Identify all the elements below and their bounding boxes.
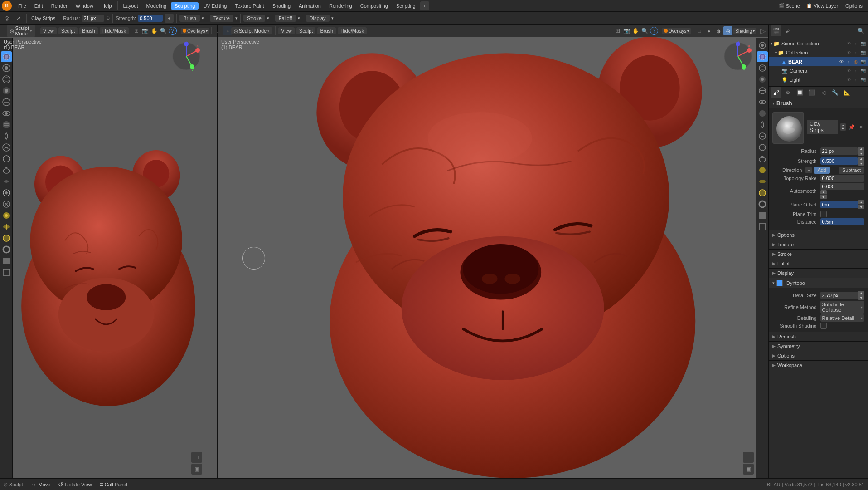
texture-btn[interactable]: Texture — [210, 15, 233, 22]
autosmooth-up[interactable]: ▲ — [820, 190, 827, 195]
brush-x-icon[interactable]: ✕ — [857, 123, 864, 131]
falloff-section-header[interactable]: ▶ Falloff — [769, 259, 868, 268]
symmetry-section-header[interactable]: ▶ Symmetry — [769, 342, 868, 351]
left-vp-help-icon[interactable]: ? — [169, 27, 177, 35]
right-tool-2[interactable] — [757, 63, 768, 74]
menu-item-shading[interactable]: Shading — [269, 2, 294, 10]
autosmooth-spin[interactable]: ▲▼ — [820, 190, 865, 199]
strength-spin[interactable]: ▲▼ — [858, 157, 864, 166]
menu-item-compositing[interactable]: Compositing — [357, 2, 392, 10]
detail-size-down[interactable]: ▼ — [858, 295, 864, 300]
right-tool-8[interactable] — [757, 131, 768, 142]
right-wire-shading-btn[interactable]: □ — [695, 26, 704, 35]
menu-item-animation[interactable]: Animation — [295, 2, 325, 10]
dyntopo-section-header[interactable]: ▾ Dyntopo — [769, 278, 868, 288]
right-rendered-shading-btn[interactable]: ◎ — [723, 26, 732, 35]
scene-selector[interactable]: 🎬 Scene — [776, 2, 803, 10]
right-solid-shading-btn[interactable]: ● — [704, 26, 713, 35]
detailing-dropdown[interactable]: Relative Detail ▾ — [820, 314, 865, 322]
tool-8[interactable] — [1, 142, 12, 153]
direction-add-icon[interactable]: + — [805, 167, 812, 173]
tool-12[interactable] — [1, 187, 12, 198]
left-vp-sculpt-btn[interactable]: Sculpt — [58, 27, 78, 34]
right-vp-shading-label[interactable]: Shading▾ — [733, 28, 756, 34]
right-vp-hidemask-btn[interactable]: Hide/Mask — [338, 27, 367, 34]
tool-3[interactable] — [1, 85, 12, 96]
detail-size-up[interactable]: ▲ — [858, 291, 864, 295]
right-vp-split-btn[interactable]: ▷ — [760, 27, 766, 35]
right-vp-search-icon[interactable]: 🔍 — [641, 27, 649, 35]
tool-2[interactable] — [1, 74, 12, 85]
camera-object-row[interactable]: 📷 Camera 👁 ↑ 📷 — [769, 66, 868, 75]
menu-item-scripting[interactable]: Scripting — [393, 2, 419, 10]
left-vp-brush-btn[interactable]: Brush — [79, 27, 98, 34]
brush-tab-icon2[interactable]: ⚙ — [782, 87, 793, 98]
left-vp-menu-icon[interactable]: ≡ — [3, 26, 5, 35]
rotate-indicator[interactable]: ↺ Rotate View — [58, 481, 92, 488]
right-vp-hand-icon[interactable]: ✋ — [632, 27, 640, 35]
left-vp-sq-icon1[interactable]: □ — [191, 452, 202, 463]
plane-offset-field[interactable] — [820, 201, 858, 208]
right-vp-sq-icon2[interactable]: ▣ — [743, 464, 754, 475]
toolbar-mode-icon[interactable]: ◎ — [2, 13, 12, 23]
bear-vis-icon[interactable]: 👁 — [838, 59, 844, 65]
radius-field[interactable] — [820, 147, 858, 155]
col-render-icon[interactable]: 📷 — [860, 49, 866, 56]
right-viewport[interactable]: ≡ ◎ Sculpt Mode ▾ View Sculpt Brush Hide… — [218, 24, 768, 478]
strength-up[interactable]: ▲ — [858, 157, 864, 161]
brush-dropdown-btn[interactable]: Brush — [179, 15, 200, 22]
col-vis-icon[interactable]: 👁 — [845, 49, 852, 56]
brush-tab-icon7[interactable]: 📐 — [841, 87, 852, 98]
right-tool-rect2[interactable] — [757, 221, 768, 232]
brush-section-header[interactable]: ▾ Brush — [769, 98, 868, 108]
tool-10[interactable] — [1, 165, 12, 176]
texture-section-header[interactable]: ▶ Texture — [769, 240, 868, 249]
menu-item-render[interactable]: Render — [48, 2, 71, 10]
menu-item-uv-editing[interactable]: UV Editing — [199, 2, 230, 10]
cam-render-icon[interactable]: 📷 — [860, 68, 866, 74]
menu-item-layout[interactable]: Layout — [120, 2, 142, 10]
right-tool-yellow3[interactable] — [757, 187, 768, 198]
call-panel-indicator[interactable]: ≡ Call Panel — [100, 481, 127, 488]
menu-item-modeling[interactable]: Modeling — [143, 2, 170, 10]
plane-offset-up[interactable]: ▲ — [858, 200, 864, 205]
autosmooth-down[interactable]: ▼ — [820, 195, 827, 199]
right-vp-sculpt-btn[interactable]: Sculpt — [296, 27, 316, 34]
right-tool-1[interactable] — [757, 40, 768, 51]
right-vp-mode-btn[interactable]: ◎ Sculpt Mode ▾ — [231, 27, 272, 34]
panel-filter-icon[interactable]: 🔍 — [855, 25, 866, 36]
falloff-btn[interactable]: Falloff — [275, 15, 296, 22]
tool-yellow2[interactable] — [1, 221, 12, 232]
right-tool-7[interactable] — [757, 119, 768, 130]
left-vp-view-btn[interactable]: View — [40, 27, 57, 34]
left-viewport[interactable]: ≡ ◎ Sculpt Mode ▾ View Sculpt Brush Hide… — [0, 24, 218, 478]
tool-4[interactable] — [1, 97, 12, 108]
right-tool-6[interactable] — [757, 108, 768, 119]
left-vp-camera-icon[interactable]: 📷 — [141, 27, 150, 35]
right-vp-sq-icon1[interactable]: □ — [743, 452, 754, 463]
stroke-section-header[interactable]: ▶ Stroke — [769, 250, 868, 259]
tool-1[interactable] — [1, 63, 12, 74]
workspace-section-header[interactable]: ▶ Workspace — [769, 361, 868, 370]
menu-item-help[interactable]: Help — [98, 2, 116, 10]
dyntopo-checkbox[interactable] — [776, 280, 783, 286]
left-vp-search-icon[interactable]: 🔍 — [160, 27, 168, 35]
direction-sub-btn[interactable]: Subtract — [839, 167, 864, 174]
right-tool-5[interactable] — [757, 97, 768, 108]
blender-logo[interactable]: B — [2, 1, 12, 11]
plane-trim-checkbox[interactable] — [820, 211, 827, 217]
brush-preview-thumb[interactable] — [772, 112, 804, 144]
detail-size-field[interactable] — [820, 292, 858, 299]
light-sel-icon[interactable]: ↑ — [853, 77, 859, 83]
add-workspace-button[interactable]: + — [420, 1, 429, 10]
brush-name-label[interactable]: Clay Strips — [29, 15, 57, 22]
remesh-section-header[interactable]: ▶ Remesh — [769, 332, 868, 341]
panel-tab-scene[interactable]: 🎬 — [771, 25, 781, 36]
left-vp-hand-icon[interactable]: ✋ — [150, 27, 159, 35]
smooth-shading-checkbox[interactable] — [820, 323, 827, 329]
right-bear-model[interactable] — [230, 34, 756, 478]
tool-clay-strips-left[interactable] — [1, 51, 12, 62]
topology-rake-field[interactable] — [820, 175, 865, 182]
bear-object-row[interactable]: ▲ BEAR 👁 ↑ ◎ 📷 — [769, 57, 868, 66]
light-render-icon[interactable]: 📷 — [860, 77, 866, 83]
